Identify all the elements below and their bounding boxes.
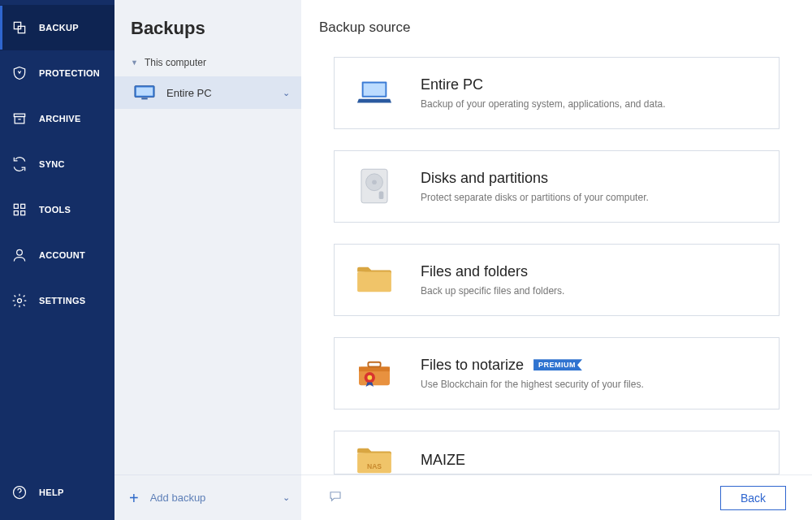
svg-rect-15 xyxy=(141,98,147,100)
option-body: Files to notarize PREMIUM Use Blockchain… xyxy=(421,357,644,390)
nav-help[interactable]: HELP xyxy=(0,470,114,515)
folder-icon xyxy=(356,261,393,298)
backup-icon xyxy=(11,20,28,36)
monitor-icon xyxy=(134,84,155,101)
add-backup-button[interactable]: Add backup xyxy=(150,492,271,504)
nav-settings[interactable]: SETTINGS xyxy=(0,278,114,323)
gear-icon xyxy=(11,292,28,309)
svg-text:NAS: NAS xyxy=(367,462,382,470)
option-body: MAIZE xyxy=(421,452,465,469)
option-sub: Use Blockchain for the highest security … xyxy=(421,379,644,390)
option-title: Files and folders xyxy=(421,263,564,280)
option-sub: Back up specific files and folders. xyxy=(421,285,564,297)
option-disks[interactable]: Disks and partitions Protect separate di… xyxy=(334,150,780,223)
backups-group-this-computer[interactable]: ▼ This computer xyxy=(114,54,301,76)
nav-tools[interactable]: TOOLS xyxy=(0,187,114,232)
tools-icon xyxy=(11,202,28,218)
option-sub: Protect separate disks or partitions of … xyxy=(421,192,649,203)
option-body: Disks and partitions Protect separate di… xyxy=(421,170,649,203)
svg-rect-21 xyxy=(379,192,384,199)
option-title-text: Files to notarize xyxy=(421,357,524,374)
nav-backup[interactable]: BACKUP xyxy=(0,5,114,50)
comment-icon[interactable] xyxy=(327,489,343,507)
nav-account[interactable]: ACCOUNT xyxy=(0,232,114,278)
svg-point-20 xyxy=(372,180,377,185)
chevron-down-icon: ▼ xyxy=(131,58,138,67)
option-title: Entire PC xyxy=(421,76,666,93)
hdd-icon xyxy=(356,167,393,205)
nav-backup-label: BACKUP xyxy=(39,23,79,32)
svg-rect-7 xyxy=(14,211,18,215)
chevron-down-icon[interactable]: ⌄ xyxy=(283,88,290,98)
svg-rect-8 xyxy=(21,211,25,215)
nas-folder-icon: NAS xyxy=(356,442,393,474)
svg-point-27 xyxy=(367,375,372,380)
premium-badge: PREMIUM xyxy=(533,359,582,370)
svg-rect-25 xyxy=(368,362,380,367)
svg-point-9 xyxy=(17,249,23,255)
nav-archive-label: ARCHIVE xyxy=(39,114,81,124)
svg-point-12 xyxy=(19,496,20,496)
backup-entry-label: Entire PC xyxy=(166,87,212,99)
nav-main-group: BACKUP PROTECTION ARCHIVE SYNC TOOLS xyxy=(0,0,114,470)
help-icon xyxy=(11,484,28,500)
svg-rect-22 xyxy=(357,272,391,292)
chevron-down-icon[interactable]: ⌄ xyxy=(283,492,290,503)
backups-panel: Backups ▼ This computer Entire PC ⌄ + Ad… xyxy=(114,0,301,520)
archive-icon xyxy=(11,110,28,127)
plus-icon[interactable]: + xyxy=(129,490,139,506)
backups-group-label: This computer xyxy=(145,57,206,68)
svg-rect-6 xyxy=(21,204,25,208)
svg-rect-0 xyxy=(14,22,20,28)
source-options: Entire PC Backup of your operating syste… xyxy=(301,44,812,474)
nav-settings-label: SETTINGS xyxy=(39,296,85,306)
option-sub: Backup of your operating system, applica… xyxy=(421,98,666,110)
back-button[interactable]: Back xyxy=(720,486,786,510)
option-body: Entire PC Backup of your operating syste… xyxy=(421,76,666,110)
option-title: Files to notarize PREMIUM xyxy=(421,357,644,374)
shield-icon xyxy=(11,65,28,81)
svg-rect-17 xyxy=(364,84,386,96)
svg-rect-5 xyxy=(14,204,18,208)
backups-title: Backups xyxy=(114,0,301,54)
option-entire-pc[interactable]: Entire PC Backup of your operating syste… xyxy=(334,57,780,129)
option-title: MAIZE xyxy=(421,452,465,469)
svg-rect-3 xyxy=(15,117,24,124)
svg-rect-1 xyxy=(18,26,24,32)
nav-protection-label: PROTECTION xyxy=(39,68,100,78)
svg-point-10 xyxy=(18,299,22,303)
option-title: Disks and partitions xyxy=(421,170,649,187)
add-backup-row: + Add backup ⌄ xyxy=(114,474,301,520)
nav-archive[interactable]: ARCHIVE xyxy=(0,96,114,141)
nav-sync[interactable]: SYNC xyxy=(0,141,114,187)
nav-protection[interactable]: PROTECTION xyxy=(0,50,114,96)
option-files-folders[interactable]: Files and folders Back up specific files… xyxy=(334,244,780,316)
main-pane: Backup source Entire PC Backup of your o… xyxy=(301,0,812,520)
option-body: Files and folders Back up specific files… xyxy=(421,263,564,297)
option-maize[interactable]: NAS MAIZE xyxy=(334,431,780,474)
nav-account-label: ACCOUNT xyxy=(39,250,85,260)
nav-sync-label: SYNC xyxy=(39,159,65,169)
nav-help-label: HELP xyxy=(39,488,64,497)
account-icon xyxy=(11,247,28,263)
briefcase-seal-icon xyxy=(356,354,393,392)
backup-entry-entire-pc[interactable]: Entire PC ⌄ xyxy=(114,76,301,109)
sync-icon xyxy=(11,156,28,172)
primary-nav: BACKUP PROTECTION ARCHIVE SYNC TOOLS xyxy=(0,0,114,520)
main-footer: Back xyxy=(301,474,812,520)
page-title: Backup source xyxy=(301,0,812,44)
option-notarize[interactable]: Files to notarize PREMIUM Use Blockchain… xyxy=(334,337,780,410)
nav-tools-label: TOOLS xyxy=(39,205,71,214)
svg-rect-14 xyxy=(136,88,153,96)
laptop-icon xyxy=(356,74,393,111)
nav-help-group: HELP xyxy=(0,470,114,520)
